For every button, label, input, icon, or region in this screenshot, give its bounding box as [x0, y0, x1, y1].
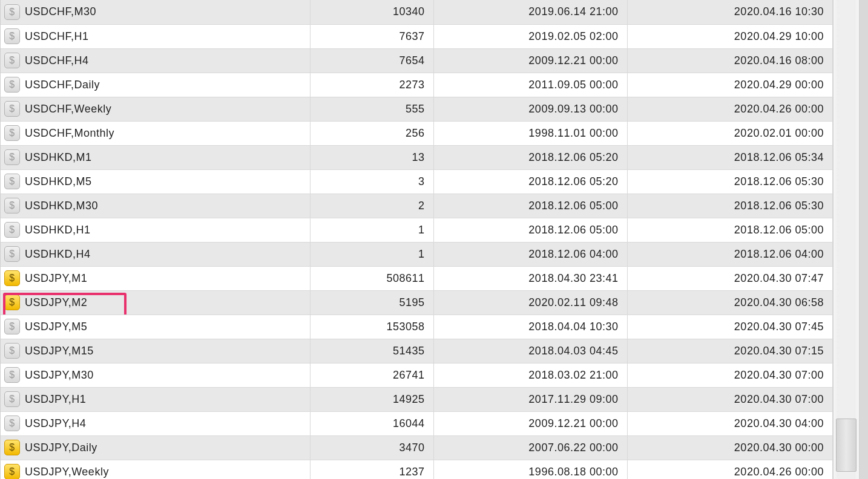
table-row[interactable]: $USDJPY,M51530582018.04.04 10:302020.04.…	[1, 314, 833, 339]
records-cell: 5195	[310, 290, 433, 314]
symbol-cell[interactable]: $USDJPY,Daily	[1, 435, 310, 460]
records-cell: 10340	[310, 0, 433, 24]
symbol-cell[interactable]: $USDHKD,M5	[1, 169, 310, 194]
records-cell: 555	[310, 97, 433, 121]
symbol-cell[interactable]: $USDCHF,H4	[1, 48, 310, 73]
symbol-cell[interactable]: $USDHKD,M30	[1, 194, 310, 218]
symbol-cell[interactable]: $USDJPY,M2	[1, 290, 310, 314]
currency-icon: $	[4, 4, 20, 20]
table-row[interactable]: $USDJPY,Daily34702007.06.22 00:002020.04…	[1, 435, 833, 460]
to-date-cell: 2020.04.16 08:00	[627, 48, 833, 73]
to-date-cell: 2018.12.06 05:30	[627, 194, 833, 218]
from-date-cell: 2018.04.04 10:30	[433, 314, 627, 339]
records-cell: 7637	[310, 24, 433, 48]
currency-icon: $	[4, 343, 20, 359]
to-date-cell: 2020.04.30 07:15	[627, 339, 833, 363]
records-cell: 16044	[310, 411, 433, 435]
symbol-label: USDHKD,M1	[25, 151, 92, 164]
from-date-cell: 2018.04.03 04:45	[433, 339, 627, 363]
table-row[interactable]: $USDHKD,M532018.12.06 05:202018.12.06 05…	[1, 169, 833, 194]
to-date-cell: 2020.04.30 07:00	[627, 363, 833, 387]
records-cell: 26741	[310, 363, 433, 387]
symbol-cell[interactable]: $USDJPY,M15	[1, 339, 310, 363]
symbol-label: USDJPY,Daily	[25, 442, 97, 454]
records-cell: 1237	[310, 460, 433, 479]
table-row[interactable]: $USDJPY,H1149252017.11.29 09:002020.04.3…	[1, 387, 833, 411]
from-date-cell: 2009.12.21 00:00	[433, 411, 627, 435]
symbol-cell[interactable]: $USDHKD,M1	[1, 145, 310, 169]
table-row[interactable]: $USDJPY,M30267412018.03.02 21:002020.04.…	[1, 363, 833, 387]
to-date-cell: 2020.04.30 07:45	[627, 314, 833, 339]
records-cell: 14925	[310, 387, 433, 411]
scrollbar-thumb[interactable]	[836, 419, 856, 472]
symbol-cell[interactable]: $USDHKD,H1	[1, 218, 310, 242]
symbol-label: USDHKD,H1	[25, 224, 91, 236]
table-row[interactable]: $USDCHF,H176372019.02.05 02:002020.04.29…	[1, 24, 833, 48]
table-row[interactable]: $USDHKD,H412018.12.06 04:002018.12.06 04…	[1, 242, 833, 266]
to-date-cell: 2020.04.29 10:00	[627, 24, 833, 48]
records-cell: 51435	[310, 339, 433, 363]
records-cell: 13	[310, 145, 433, 169]
currency-icon: $	[4, 295, 20, 310]
table-row[interactable]: $USDCHF,Daily22732011.09.05 00:002020.04…	[1, 73, 833, 97]
symbol-label: USDCHF,M30	[25, 5, 96, 18]
table-row[interactable]: $USDCHF,M30103402019.06.14 21:002020.04.…	[1, 0, 833, 24]
table-row[interactable]: $USDJPY,M15086112018.04.30 23:412020.04.…	[1, 266, 833, 290]
records-cell: 153058	[310, 314, 433, 339]
from-date-cell: 2018.12.06 05:20	[433, 169, 627, 194]
table-row[interactable]: $USDJPY,M251952020.02.11 09:482020.04.30…	[1, 290, 833, 314]
symbol-label: USDJPY,M2	[25, 296, 87, 309]
from-date-cell: 2009.09.13 00:00	[433, 97, 627, 121]
currency-icon: $	[4, 440, 20, 455]
to-date-cell: 2018.12.06 05:30	[627, 169, 833, 194]
table-row[interactable]: $USDJPY,Weekly12371996.08.18 00:002020.0…	[1, 460, 833, 479]
currency-icon: $	[4, 319, 20, 334]
symbol-cell[interactable]: $USDJPY,M1	[1, 266, 310, 290]
records-cell: 256	[310, 121, 433, 145]
symbol-cell[interactable]: $USDCHF,H1	[1, 24, 310, 48]
from-date-cell: 1996.08.18 00:00	[433, 460, 627, 479]
to-date-cell: 2018.12.06 05:34	[627, 145, 833, 169]
symbol-label: USDJPY,M1	[25, 272, 87, 285]
symbol-cell[interactable]: $USDJPY,Weekly	[1, 460, 310, 479]
symbol-label: USDJPY,M5	[25, 321, 87, 333]
from-date-cell: 2007.06.22 00:00	[433, 435, 627, 460]
symbol-cell[interactable]: $USDCHF,M30	[1, 0, 310, 24]
history-table[interactable]: $USDCHF,M30103402019.06.14 21:002020.04.…	[0, 0, 833, 479]
table-row[interactable]: $USDJPY,M15514352018.04.03 04:452020.04.…	[1, 339, 833, 363]
symbol-cell[interactable]: $USDJPY,H4	[1, 411, 310, 435]
table-row[interactable]: $USDCHF,H476542009.12.21 00:002020.04.16…	[1, 48, 833, 73]
from-date-cell: 2017.11.29 09:00	[433, 387, 627, 411]
symbol-label: USDJPY,H1	[25, 393, 86, 406]
table-row[interactable]: $USDHKD,H112018.12.06 05:002018.12.06 05…	[1, 218, 833, 242]
symbol-cell[interactable]: $USDCHF,Daily	[1, 73, 310, 97]
table-row[interactable]: $USDCHF,Weekly5552009.09.13 00:002020.04…	[1, 97, 833, 121]
records-cell: 3	[310, 169, 433, 194]
table-row[interactable]: $USDCHF,Monthly2561998.11.01 00:002020.0…	[1, 121, 833, 145]
from-date-cell: 2018.12.06 05:20	[433, 145, 627, 169]
to-date-cell: 2020.04.26 00:00	[627, 460, 833, 479]
table-row[interactable]: $USDHKD,M1132018.12.06 05:202018.12.06 0…	[1, 145, 833, 169]
currency-icon: $	[4, 270, 20, 286]
records-cell: 2273	[310, 73, 433, 97]
symbol-cell[interactable]: $USDJPY,H1	[1, 387, 310, 411]
table-row[interactable]: $USDJPY,H4160442009.12.21 00:002020.04.3…	[1, 411, 833, 435]
records-cell: 508611	[310, 266, 433, 290]
symbol-cell[interactable]: $USDCHF,Weekly	[1, 97, 310, 121]
from-date-cell: 1998.11.01 00:00	[433, 121, 627, 145]
table-row[interactable]: $USDHKD,M3022018.12.06 05:002018.12.06 0…	[1, 194, 833, 218]
from-date-cell: 2020.02.11 09:48	[433, 290, 627, 314]
symbol-cell[interactable]: $USDCHF,Monthly	[1, 121, 310, 145]
scrollbar-track[interactable]	[838, 0, 854, 479]
symbol-cell[interactable]: $USDJPY,M30	[1, 363, 310, 387]
currency-icon: $	[4, 415, 20, 431]
symbol-cell[interactable]: $USDHKD,H4	[1, 242, 310, 266]
currency-icon: $	[4, 53, 20, 68]
to-date-cell: 2020.04.29 00:00	[627, 73, 833, 97]
to-date-cell: 2018.12.06 04:00	[627, 242, 833, 266]
records-cell: 2	[310, 194, 433, 218]
to-date-cell: 2018.12.06 05:00	[627, 218, 833, 242]
vertical-scrollbar[interactable]	[833, 0, 860, 479]
symbol-cell[interactable]: $USDJPY,M5	[1, 314, 310, 339]
symbol-label: USDHKD,M30	[25, 200, 98, 212]
